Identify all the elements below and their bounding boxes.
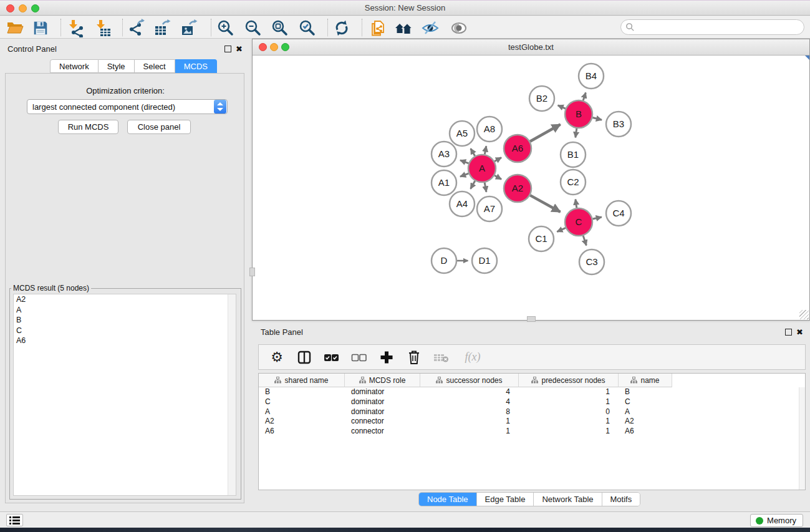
table-row[interactable]: Adominator80A [259,407,805,417]
scrollbar-track[interactable] [228,294,236,495]
tab-style[interactable]: Style [99,59,135,73]
graph-edge-A-A1[interactable] [460,173,468,177]
table-scrollbar-track[interactable] [799,387,805,490]
search-field[interactable] [620,19,804,35]
import-table-button[interactable] [92,18,114,37]
show-hidden-button[interactable] [448,18,470,37]
mcds-result-item[interactable]: A6 [14,336,236,346]
column-header-predecessor-nodes[interactable]: predecessor nodes [519,374,619,387]
hide-selected-button[interactable] [419,18,441,37]
graph-edge-A6-B[interactable] [530,124,561,141]
graph-edge-A-A8[interactable] [485,146,486,154]
zoom-out-button[interactable] [241,18,264,37]
graph-edge-B-B3[interactable] [592,118,602,120]
tab-select[interactable]: Select [135,59,175,73]
splitter-handle-bottom[interactable] [527,316,536,322]
search-input[interactable] [635,21,804,34]
export-table-button[interactable] [152,18,174,37]
splitter-handle-left[interactable] [249,268,255,276]
graph-edge-B-B4[interactable] [583,92,586,100]
graph-edge-C-C2[interactable] [576,200,577,208]
column-layout-button[interactable] [295,348,314,367]
import-table-icon [94,19,112,37]
table-row[interactable]: Cdominator41C [259,397,805,407]
export-image-button[interactable] [178,18,201,37]
table-cell: C [259,397,345,407]
network-overview-button[interactable] [392,18,415,37]
close-panel-button[interactable]: Close panel [127,120,191,134]
tab-edge-table[interactable]: Edge Table [477,493,534,506]
run-mcds-button[interactable]: Run MCDS [58,120,118,134]
floppy-save-icon [32,19,49,37]
graph-edge-B-B2[interactable] [558,105,566,109]
graph-node-label: B [576,109,582,119]
open-file-button[interactable] [4,18,26,37]
graph-edge-A-A2[interactable] [494,175,501,179]
graph-edge-C-C1[interactable] [557,228,566,231]
tab-network-table[interactable]: Network Table [534,493,602,506]
table-cell: C [619,397,672,407]
copy-network-button[interactable] [366,18,388,37]
memory-button[interactable]: Memory [750,514,803,527]
graph-edge-A-A6[interactable] [494,158,501,162]
table-row[interactable]: Bdominator41B [259,387,805,397]
tab-mcds[interactable]: MCDS [175,59,217,73]
graph-edge-A-A4[interactable] [471,181,475,189]
delete-button[interactable] [405,348,423,367]
graph-node-label: B2 [536,93,547,104]
mcds-result-group: MCDS result (5 nodes) A2ABCA6 [9,284,241,500]
zoom-fit-button[interactable] [268,18,291,37]
float-panel-icon[interactable] [224,46,231,52]
table-settings-button[interactable]: ⚙ [268,348,286,367]
deselect-all-button[interactable] [350,348,369,367]
hierarchy-icon [531,377,538,384]
graph-node-label: D1 [478,255,490,266]
save-session-button[interactable] [29,18,52,37]
close-panel-icon[interactable]: ✖ [236,46,243,52]
mcds-result-item[interactable]: B [14,315,236,326]
graph-edge-C-C3[interactable] [583,236,586,246]
resize-grip[interactable] [799,310,809,319]
table-row[interactable]: A2connector11A2 [259,417,805,427]
mcds-result-item[interactable]: A2 [14,294,236,305]
add-column-button[interactable] [377,348,396,367]
show-panels-button[interactable] [6,514,23,526]
close-table-panel-icon[interactable]: ✖ [796,329,803,336]
graph-edge-C-C4[interactable] [592,217,601,219]
control-panel-title: Control Panel [7,44,57,54]
mcds-result-list[interactable]: A2ABCA6 [13,294,236,496]
mcds-result-item[interactable]: A [14,305,236,316]
tab-node-table[interactable]: Node Table [419,493,477,506]
graph-edge-A-A5[interactable] [471,148,475,156]
graph-node-label: A1 [438,177,450,188]
tab-motifs[interactable]: Motifs [602,493,640,506]
delete-table-button[interactable] [432,348,451,367]
select-all-button[interactable] [322,348,341,367]
graph-node-label: A7 [484,203,495,214]
function-builder-button[interactable]: f(x) [460,348,486,367]
column-header-shared-name[interactable]: shared name [259,374,345,387]
optimization-criterion-select[interactable]: largest connected component (directed) [27,99,228,114]
network-canvas[interactable]: AA1A2A3A4A5A6A7A8BB1B2B3B4CC1C2C3C4DD1 [253,56,809,320]
mcds-result-item[interactable]: C [14,326,236,336]
zoom-selected-button[interactable] [296,18,318,37]
float-table-panel-icon[interactable] [785,329,792,336]
column-header-successor-nodes[interactable]: successor nodes [420,374,519,387]
export-network-button[interactable] [125,18,148,37]
table-cell: B [619,387,672,397]
graph-edge-B-B1[interactable] [576,128,577,138]
import-network-button[interactable] [64,18,87,37]
graph-edge-A-A7[interactable] [485,183,486,192]
node-table: shared nameMCDS rolesuccessor nodesprede… [258,373,806,490]
refresh-view-button[interactable] [330,18,353,37]
graph-edge-A-A3[interactable] [460,160,468,163]
hierarchy-icon [359,377,366,384]
column-header-MCDS-role[interactable]: MCDS role [345,374,420,387]
column-header-name[interactable]: name [619,374,672,387]
tab-network[interactable]: Network [50,59,99,73]
graph-edge-A2-C[interactable] [530,195,560,212]
zoom-in-button[interactable] [214,18,236,37]
control-panel-tabs: NetworkStyleSelectMCDS [50,59,217,73]
table-row[interactable]: A6connector11A6 [259,427,805,437]
table-cell: 1 [519,387,619,397]
